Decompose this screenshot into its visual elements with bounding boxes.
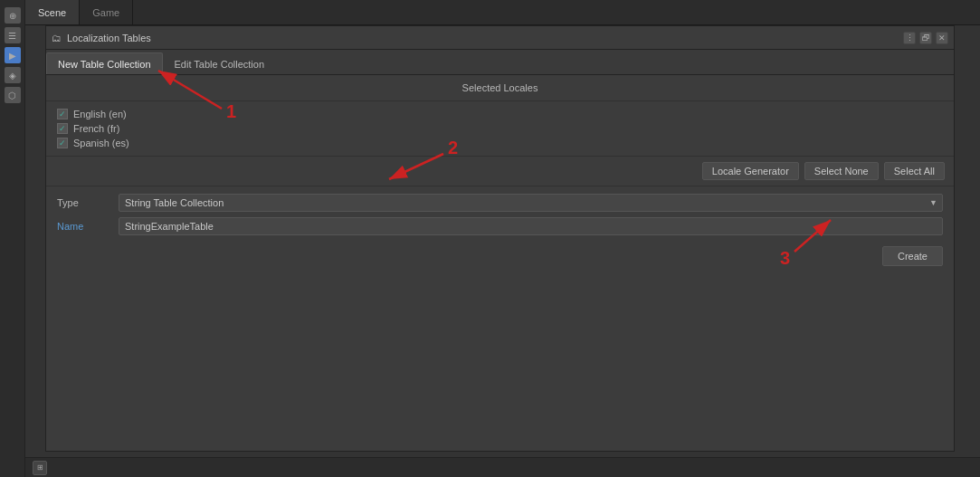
panel-menu-button[interactable]: ⋮	[903, 32, 916, 44]
editor-tab-game[interactable]: Game	[80, 0, 133, 24]
locales-list: ✓ English (en) ✓ French (fr) ✓ Spanish (…	[46, 101, 954, 157]
locale-checkbox-es[interactable]: ✓	[57, 138, 68, 148]
bottom-icon[interactable]: ⊞	[33, 461, 47, 475]
form-section: Type String Table Collection Asset Table…	[46, 186, 954, 243]
bottom-bar: ⊞	[25, 457, 980, 477]
sidebar-icon-1[interactable]: ⊕	[5, 7, 21, 24]
sidebar-icon-4[interactable]: ◈	[5, 67, 21, 83]
select-none-button[interactable]: Select None	[804, 162, 879, 180]
name-label: Name	[57, 221, 111, 232]
tab-strip: New Table Collection Edit Table Collecti…	[46, 50, 954, 75]
top-editor-strip: Scene Game	[25, 0, 980, 25]
panel-restore-button[interactable]: 🗗	[919, 32, 932, 44]
locale-label-es: Spanish (es)	[73, 138, 129, 148]
locale-checkbox-fr[interactable]: ✓	[57, 123, 68, 134]
panel-controls: ⋮ 🗗 ✕	[903, 32, 948, 44]
create-button[interactable]: Create	[882, 246, 943, 266]
main-window: ⊕ ☰ ▶ ◈ ⬡ Scene Game 🗂 Localization Tabl…	[0, 0, 980, 477]
locale-checkbox-en[interactable]: ✓	[57, 109, 68, 119]
locale-item-es: ✓ Spanish (es)	[57, 138, 943, 148]
tab-edit-table[interactable]: Edit Table Collection	[163, 52, 276, 74]
create-row: Create	[46, 243, 954, 270]
name-input[interactable]	[119, 217, 943, 235]
panel-title-text: Localization Tables	[67, 33, 898, 43]
type-label: Type	[57, 197, 111, 208]
locale-item-en: ✓ English (en)	[57, 109, 943, 119]
selected-locales-header: Selected Locales	[46, 75, 954, 101]
tab-new-table[interactable]: New Table Collection	[46, 52, 163, 74]
left-sidebar: ⊕ ☰ ▶ ◈ ⬡	[0, 0, 25, 477]
type-row: Type String Table Collection Asset Table…	[57, 194, 943, 212]
name-row: Name	[57, 217, 943, 235]
type-select-wrapper: String Table Collection Asset Table Coll…	[119, 194, 943, 212]
locale-label-en: English (en)	[73, 109, 127, 119]
panel-container: 🗂 Localization Tables ⋮ 🗗 ✕ New Table Co…	[45, 25, 955, 452]
type-select[interactable]: String Table Collection Asset Table Coll…	[119, 194, 943, 212]
sidebar-icon-5[interactable]: ⬡	[5, 87, 21, 103]
panel-content: Selected Locales ✓ English (en) ✓ French…	[46, 75, 954, 451]
select-all-button[interactable]: Select All	[884, 162, 945, 180]
panel-title-icon: 🗂	[52, 33, 62, 43]
panel-close-button[interactable]: ✕	[936, 32, 948, 44]
locale-label-fr: French (fr)	[73, 123, 119, 134]
sidebar-icon-3[interactable]: ▶	[5, 47, 21, 63]
locale-buttons-row: Locale Generator Select None Select All	[46, 157, 954, 186]
editor-tab-scene[interactable]: Scene	[25, 0, 80, 24]
locale-item-fr: ✓ French (fr)	[57, 123, 943, 134]
sidebar-icon-2[interactable]: ☰	[5, 27, 21, 43]
panel-titlebar: 🗂 Localization Tables ⋮ 🗗 ✕	[46, 26, 954, 50]
locale-generator-button[interactable]: Locale Generator	[702, 162, 799, 180]
